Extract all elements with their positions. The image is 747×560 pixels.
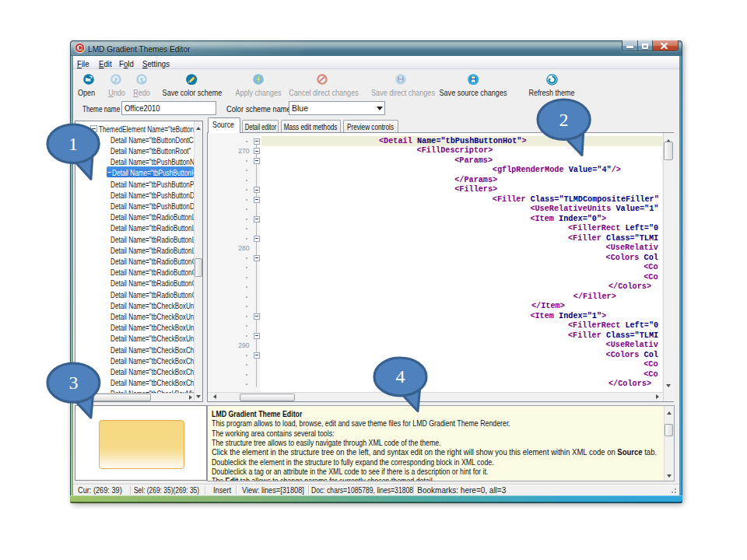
svg-text:2: 2 bbox=[559, 110, 569, 130]
svg-text:4: 4 bbox=[396, 366, 405, 387]
svg-text:1: 1 bbox=[68, 133, 78, 153]
svg-text:3: 3 bbox=[68, 373, 78, 393]
